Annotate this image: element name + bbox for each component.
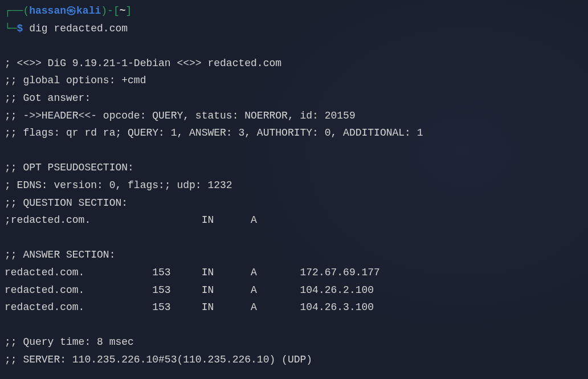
prompt-paren-open: (: [23, 5, 29, 17]
prompt-host: kali: [76, 5, 101, 17]
dig-flags: ;; flags: qr rd ra; QUERY: 1, ANSWER: 3,…: [5, 124, 583, 142]
prompt-user: hassan: [29, 5, 66, 17]
dig-got-answer: ;; Got answer:: [5, 89, 583, 107]
blank-line: [5, 37, 583, 55]
dig-global-options: ;; global options: +cmd: [5, 72, 583, 89]
prompt-corner-bottom: └─: [5, 23, 17, 34]
blank-line: [5, 229, 583, 247]
prompt-at-icon: ㉿: [66, 5, 76, 17]
dig-opt-header: ;; OPT PSEUDOSECTION:: [5, 159, 583, 177]
terminal-content[interactable]: ┌──(hassan㉿kali)-[~] └─$ dig redacted.co…: [5, 2, 583, 368]
prompt-line-2: └─$ dig redacted.com: [5, 20, 583, 38]
dig-edns: ; EDNS: version: 0, flags:; udp: 1232: [5, 177, 583, 194]
prompt-path: ~: [120, 5, 126, 17]
blank-line: [5, 142, 583, 160]
prompt-dollar: $: [17, 23, 23, 34]
dig-server: ;; SERVER: 110.235.226.10#53(110.235.226…: [5, 351, 583, 369]
dig-question-header: ;; QUESTION SECTION:: [5, 194, 583, 212]
prompt-corner-top: ┌──: [5, 5, 23, 17]
prompt-line-1: ┌──(hassan㉿kali)-[~]: [5, 2, 583, 20]
prompt-bracket-open: [: [113, 5, 120, 17]
prompt-bracket-close: ]: [126, 5, 132, 17]
dig-header: ;; ->>HEADER<<- opcode: QUERY, status: N…: [5, 107, 583, 125]
dig-answer-row: redacted.com. 153 IN A 104.26.3.100: [5, 299, 583, 316]
dig-answer-row: redacted.com. 153 IN A 172.67.69.177: [5, 264, 583, 282]
dig-answer-row: redacted.com. 153 IN A 104.26.2.100: [5, 282, 583, 299]
prompt-dash: -: [107, 5, 113, 17]
dig-version: ; <<>> DiG 9.19.21-1-Debian <<>> redacte…: [5, 55, 583, 72]
blank-line: [5, 316, 583, 334]
dig-answer-header: ;; ANSWER SECTION:: [5, 246, 583, 264]
prompt-paren-close: ): [101, 5, 107, 17]
dig-query-time: ;; Query time: 8 msec: [5, 333, 583, 351]
command-args: redacted.com: [54, 23, 128, 34]
dig-question: ;redacted.com. IN A: [5, 211, 583, 229]
command-name: dig: [29, 23, 47, 34]
